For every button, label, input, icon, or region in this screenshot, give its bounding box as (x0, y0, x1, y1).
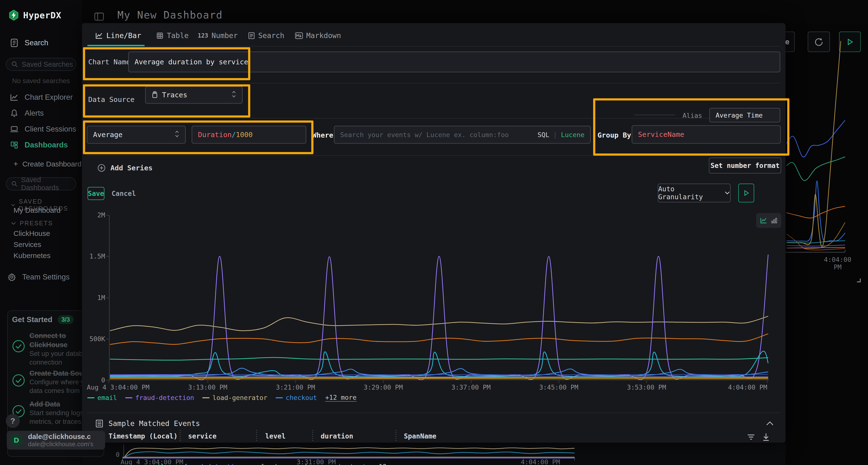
database-icon (151, 91, 158, 99)
save-button[interactable]: Save (88, 187, 104, 200)
legend-item[interactable]: load-generator (202, 394, 268, 402)
column-header[interactable]: Timestamp (Local) (108, 432, 178, 440)
brand[interactable]: HyperDX (8, 10, 61, 21)
user-menu[interactable]: D dale@clickhouse.c dale@clickhouse.com'… (7, 431, 105, 450)
main-chart (109, 215, 769, 380)
gear-icon (7, 273, 17, 281)
hyperdx-app: My New Dashboard Save 4:04:00 PM 0 Aug 4… (0, 0, 868, 465)
sidebar-item-team-settings[interactable]: Team Settings (0, 270, 82, 284)
saved-dashboards-input[interactable]: Saved Dashboards (6, 177, 76, 190)
add-series-button[interactable]: Add Series (97, 164, 153, 172)
no-saved-searches-label: No saved searches (0, 77, 82, 85)
avatar: D (10, 433, 23, 447)
column-header[interactable]: duration (321, 432, 353, 440)
x-axis-tick-label: 3:37:00 PM (435, 384, 507, 391)
y-axis-tick (106, 339, 109, 339)
granularity-select[interactable]: Auto Granularity (658, 184, 731, 202)
x-axis-tick-label: Aug 4 3:04:00 PM (87, 384, 150, 391)
table-icon (156, 32, 163, 39)
divider (87, 156, 780, 156)
markdown-icon (295, 32, 303, 39)
page-title: My New Dashboard (117, 9, 223, 21)
legend-more-button[interactable]: +12 more (325, 394, 356, 402)
aggregation-select[interactable]: Average (87, 126, 186, 143)
bottom-x-tick (317, 459, 317, 461)
group-by-input[interactable]: ServiceName (632, 125, 781, 143)
column-header[interactable]: service (188, 432, 217, 440)
column-separator[interactable] (312, 430, 313, 441)
sidebar-item-dashboards[interactable]: Dashboards (0, 138, 82, 152)
tab-search[interactable]: Search (248, 31, 284, 40)
y-axis-tick-label: 500K (82, 335, 105, 343)
sidebar-item-client-sessions[interactable]: Client Sessions (0, 122, 82, 136)
column-header[interactable]: level (265, 432, 285, 440)
alias-label: Alias (676, 112, 702, 119)
chart-name-input[interactable]: Average duration by service (128, 52, 780, 72)
sidebar-item-kubernetes[interactable]: Kubernetes (13, 252, 51, 260)
sidebar-item-services[interactable]: Services (13, 240, 41, 248)
chevron-down-icon (10, 222, 17, 225)
divider (87, 412, 780, 413)
tab-table[interactable]: Table (156, 31, 189, 40)
sample-events-header[interactable]: Sample Matched Events (95, 419, 200, 428)
x-axis-tick (471, 380, 471, 383)
filter-icon[interactable] (746, 433, 756, 442)
help-button[interactable]: ? (6, 414, 20, 428)
sidebar-item-chart-explorer[interactable]: Chart Explorer (0, 91, 82, 104)
y-axis-tick-label: 1M (82, 294, 105, 301)
play-icon (743, 189, 750, 197)
list-icon (95, 420, 103, 428)
column-separator[interactable] (396, 430, 396, 441)
sidebar-toggle-button[interactable] (94, 11, 105, 22)
user-email: dale@clickhouse.c (28, 433, 93, 440)
sql-mode-toggle[interactable]: SQL (537, 131, 549, 138)
sidebar-item-search[interactable]: Search (0, 36, 82, 49)
tab-number[interactable]: 123 Number (198, 31, 238, 40)
legend-item[interactable]: email (87, 394, 117, 402)
set-number-format-button[interactable]: Set number format (709, 158, 781, 173)
cancel-button[interactable]: Cancel (111, 187, 137, 200)
tabs-divider (87, 46, 780, 46)
lucene-mode-toggle[interactable]: Lucene (561, 131, 585, 138)
legend-item[interactable]: fraud-detection (125, 394, 194, 402)
doc-list-icon (248, 32, 255, 39)
column-separator[interactable] (256, 430, 257, 441)
lang-divider: | (553, 131, 557, 138)
bottom-x-label: 4:04:00 PM (521, 458, 560, 465)
check-circle-icon (11, 339, 26, 353)
tab-line-bar[interactable]: Line/Bar (95, 31, 141, 40)
search-doc-icon (10, 38, 19, 47)
x-axis-tick-label: 3:21:00 PM (259, 384, 332, 391)
x-axis-tick (559, 380, 559, 383)
create-dashboard-button[interactable]: + Create Dashboard (13, 160, 82, 168)
field-expression-input[interactable]: Duration/1000 (192, 126, 306, 143)
line-chart-icon (95, 32, 103, 39)
check-circle-icon (11, 373, 26, 388)
column-header[interactable]: SpanName (404, 432, 436, 440)
data-source-select[interactable]: Traces (145, 86, 243, 104)
run-query-button[interactable] (738, 184, 754, 202)
saved-searches-input[interactable]: Saved Searches (6, 58, 76, 71)
sidebar-item-alerts[interactable]: Alerts (0, 106, 82, 120)
chart-legend: email fraud-detection load-generator che… (87, 394, 356, 402)
panel-resize-handle[interactable] (855, 276, 862, 284)
presets-section[interactable]: PRESETS (10, 220, 53, 227)
column-separator[interactable] (180, 430, 181, 441)
underlying-bottom-chart (123, 444, 576, 459)
sidebar-item-clickhouse[interactable]: ClickHouse (13, 229, 50, 238)
y-axis-tick-label: 2M (82, 211, 105, 219)
sidebar-item-my-dashboard[interactable]: My Dashboard (13, 206, 61, 214)
download-icon[interactable] (762, 432, 771, 442)
dashboards-grid-icon (10, 141, 19, 149)
alias-divider (634, 115, 675, 115)
legend-item[interactable]: checkout (276, 394, 317, 402)
underlying-chart-x-label: 4:04:00 PM (818, 256, 857, 271)
divider (87, 83, 780, 84)
x-axis-tick-label: 3:45:00 PM (523, 384, 595, 391)
bottom-chart-y-zero: 0 (109, 451, 120, 458)
y-axis-tick-label: 1.5M (82, 253, 105, 260)
where-input[interactable]: Search your events w/ Lucene ex. column:… (334, 126, 591, 143)
alias-input[interactable]: Average Time (709, 108, 780, 122)
tab-markdown[interactable]: Markdown (295, 31, 341, 40)
collapse-chevron-icon[interactable] (766, 421, 774, 427)
